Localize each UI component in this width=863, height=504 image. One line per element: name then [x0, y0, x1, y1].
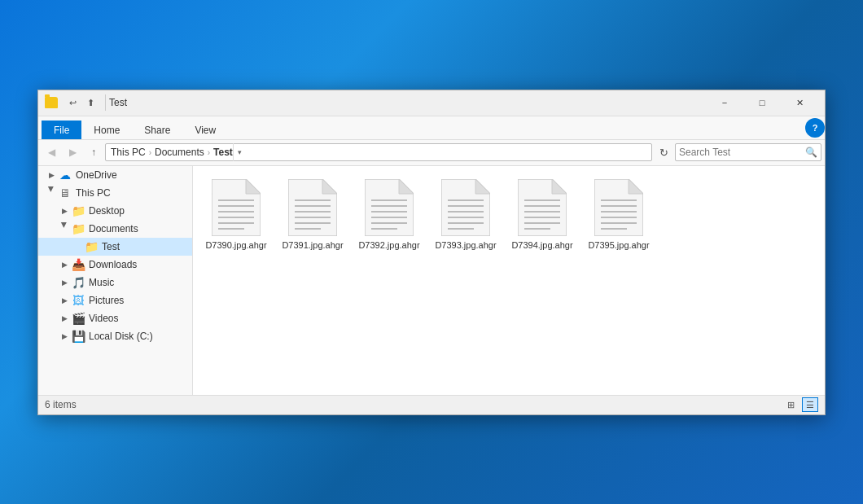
expand-arrow-music: ▶ — [58, 278, 71, 287]
sidebar-label-localdisk: Local Disk (C:) — [89, 331, 153, 342]
folder-documents-icon: 📁 — [71, 222, 85, 235]
address-path[interactable]: This PC › Documents › Test ▾ — [105, 143, 652, 161]
folder-videos-icon: 🎬 — [71, 312, 85, 325]
folder-test-icon: 📁 — [84, 240, 99, 253]
file-item[interactable]: D7394.jpg.ahgr — [506, 173, 579, 254]
expand-arrow-onedrive: ▶ — [45, 171, 58, 179]
address-bar: ◀ ▶ ↑ This PC › Documents › Test ▾ ↻ 🔍 — [38, 140, 825, 166]
path-chevron-2: › — [208, 148, 210, 157]
svg-marker-17 — [399, 179, 414, 194]
svg-marker-41 — [629, 179, 643, 194]
qs-btn-1[interactable]: ↩ — [64, 94, 81, 111]
qs-btn-2[interactable]: ⬆ — [82, 94, 99, 111]
sidebar-item-localdisk[interactable]: ▶ 💾 Local Disk (C:) — [38, 327, 192, 345]
expand-arrow-localdisk: ▶ — [58, 332, 71, 340]
up-button[interactable]: ↑ — [84, 142, 103, 162]
expand-arrow-videos: ▶ — [58, 314, 71, 322]
file-name: D7393.jpg.ahgr — [435, 239, 496, 251]
sidebar-item-pictures[interactable]: ▶ 🖼 Pictures — [38, 291, 192, 309]
minimize-button[interactable]: − — [706, 90, 743, 116]
file-document-icon — [288, 179, 337, 236]
sidebar: ▶ ☁ OneDrive ▶ 🖥 This PC ▶ 📁 Desktop ▶ 📁… — [38, 166, 193, 395]
sidebar-label-videos: Videos — [89, 313, 118, 324]
window-title: Test — [109, 97, 706, 108]
file-name: D7395.jpg.ahgr — [588, 239, 649, 251]
cloud-icon: ☁ — [58, 169, 72, 182]
sidebar-item-music[interactable]: ▶ 🎵 Music — [38, 274, 192, 291]
folder-pictures-icon: 🖼 — [71, 294, 85, 307]
forward-button[interactable]: ▶ — [63, 142, 82, 162]
file-item[interactable]: D7390.jpg.ahgr — [199, 173, 273, 254]
expand-arrow-pictures: ▶ — [58, 296, 71, 305]
ribbon: File Home Share View ? — [38, 116, 825, 140]
item-count: 6 items — [45, 399, 77, 410]
help-button[interactable]: ? — [805, 118, 825, 138]
file-explorer-window: ↩ ⬆ Test − □ ✕ File Home Share View ? ◀ … — [37, 90, 826, 415]
search-icon[interactable]: 🔍 — [805, 147, 817, 158]
path-part-documents[interactable]: Documents — [155, 147, 204, 158]
file-item[interactable]: D7392.jpg.ahgr — [353, 173, 426, 254]
svg-marker-25 — [475, 179, 490, 194]
expand-arrow-documents: ▶ — [60, 222, 68, 235]
sidebar-item-desktop[interactable]: ▶ 📁 Desktop — [38, 202, 192, 220]
file-name: D7392.jpg.ahgr — [358, 239, 419, 251]
file-area: D7390.jpg.ahgr D7391.jpg.ahgr — [193, 166, 825, 395]
refresh-button[interactable]: ↻ — [654, 142, 673, 162]
svg-marker-9 — [322, 179, 337, 194]
grid-view-button[interactable]: ⊞ — [782, 397, 799, 412]
ribbon-tabs: File Home Share View — [38, 116, 231, 139]
path-part-pc[interactable]: This PC — [111, 147, 146, 158]
title-separator — [105, 94, 106, 111]
file-item[interactable]: D7391.jpg.ahgr — [276, 173, 349, 254]
list-view-button[interactable]: ☰ — [802, 397, 818, 412]
sidebar-item-documents[interactable]: ▶ 📁 Documents — [38, 220, 192, 238]
sidebar-item-videos[interactable]: ▶ 🎬 Videos — [38, 309, 192, 327]
path-segment: This PC › Documents › Test — [111, 147, 233, 158]
path-part-test[interactable]: Test — [213, 147, 233, 158]
sidebar-label-desktop: Desktop — [89, 205, 125, 217]
file-document-icon — [212, 179, 261, 236]
tab-file[interactable]: File — [42, 121, 81, 139]
search-box[interactable]: 🔍 — [675, 143, 821, 161]
status-bar: 6 items ⊞ ☰ — [38, 395, 825, 414]
folder-desktop-icon: 📁 — [71, 204, 85, 217]
sidebar-item-thispc[interactable]: ▶ 🖥 This PC — [38, 184, 192, 202]
back-button[interactable]: ◀ — [42, 142, 61, 162]
search-input[interactable] — [679, 147, 805, 158]
sidebar-item-downloads[interactable]: ▶ 📥 Downloads — [38, 256, 192, 274]
expand-arrow-downloads: ▶ — [58, 261, 71, 269]
tab-share[interactable]: Share — [132, 121, 182, 139]
path-chevron-1: › — [149, 148, 151, 157]
file-item[interactable]: D7393.jpg.ahgr — [429, 173, 502, 254]
file-name: D7394.jpg.ahgr — [511, 239, 572, 251]
tab-home[interactable]: Home — [81, 121, 132, 139]
sidebar-item-test[interactable]: ▶ 📁 Test — [38, 238, 192, 256]
path-dropdown-button[interactable]: ▾ — [233, 143, 246, 161]
sidebar-label-pictures: Pictures — [89, 295, 124, 306]
main-area: ▶ ☁ OneDrive ▶ 🖥 This PC ▶ 📁 Desktop ▶ 📁… — [38, 166, 825, 395]
svg-marker-1 — [246, 179, 261, 194]
expand-arrow-thispc: ▶ — [47, 186, 55, 199]
file-item[interactable]: D7395.jpg.ahgr — [582, 173, 655, 254]
sidebar-item-onedrive[interactable]: ▶ ☁ OneDrive — [38, 166, 192, 184]
view-controls: ⊞ ☰ — [782, 397, 818, 412]
folder-music-icon: 🎵 — [71, 276, 85, 289]
file-document-icon — [594, 179, 643, 236]
sidebar-label-downloads: Downloads — [89, 259, 137, 270]
file-document-icon — [518, 179, 567, 236]
title-bar: ↩ ⬆ Test − □ ✕ — [38, 90, 825, 116]
close-button[interactable]: ✕ — [781, 90, 818, 116]
folder-icon — [45, 97, 58, 108]
file-name: D7391.jpg.ahgr — [282, 239, 343, 251]
file-document-icon — [441, 179, 490, 236]
tab-view[interactable]: View — [182, 121, 228, 139]
svg-marker-33 — [552, 179, 567, 194]
sidebar-label-documents: Documents — [89, 223, 138, 234]
expand-arrow-desktop: ▶ — [58, 207, 71, 215]
folder-downloads-icon: 📥 — [71, 258, 85, 271]
sidebar-label-music: Music — [89, 277, 114, 288]
file-document-icon — [365, 179, 414, 236]
sidebar-label-onedrive: OneDrive — [76, 169, 117, 181]
title-bar-icons — [45, 97, 58, 108]
maximize-button[interactable]: □ — [743, 90, 781, 116]
